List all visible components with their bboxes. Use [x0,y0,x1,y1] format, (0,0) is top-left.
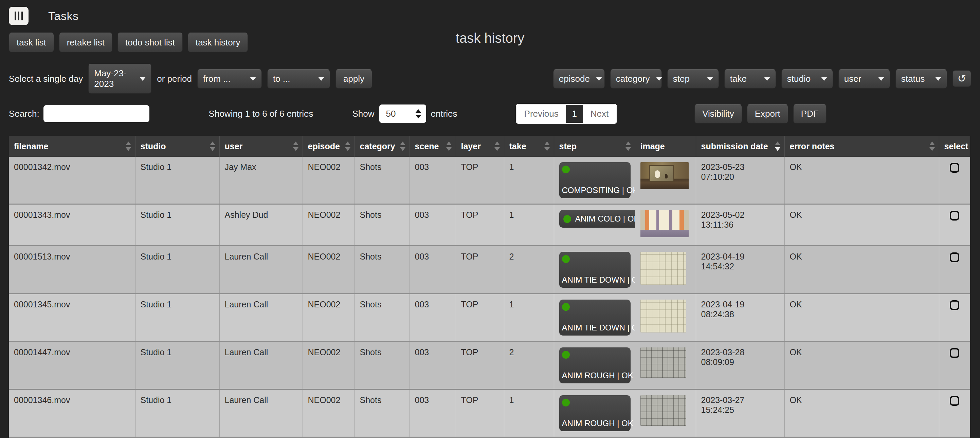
cell-step: ANIM ROUGH | OK [554,389,635,437]
cell-category: Shots [355,204,409,246]
status-filter-select[interactable]: status [896,69,947,89]
shot-thumbnail[interactable] [640,162,689,189]
entries-count-stepper[interactable]: 50 [379,105,426,123]
column-header-episode[interactable]: episode [302,136,355,157]
table-header-row: filename studio user episode category sc… [9,136,970,157]
export-button[interactable]: Export [747,104,788,124]
column-label: submission date [701,141,768,151]
chevron-down-icon [656,77,662,81]
table-row: 00001345.mov Studio 1 Lauren Call NEO002… [9,294,970,342]
row-select-checkbox[interactable] [950,252,959,262]
tab-todo-shot-list[interactable]: todo shot list [118,33,183,52]
cell-filename: 00001343.mov [9,204,135,246]
chevron-down-icon [764,77,770,81]
step-label: ANIM ROUGH | OK [562,371,633,380]
menu-icon[interactable] [9,7,29,25]
cell-studio: Studio 1 [135,246,220,294]
visibility-button[interactable]: Visibility [694,104,741,124]
step-status-button[interactable]: COMPOSITING | OK [559,162,631,198]
search-input[interactable] [43,105,150,122]
task-history-table: filename studio user episode category sc… [9,136,970,438]
column-header-category[interactable]: category [355,136,409,157]
shot-thumbnail[interactable] [640,210,689,237]
category-filter-select[interactable]: category [610,69,662,89]
studio-filter-select[interactable]: studio [781,69,833,89]
column-header-step[interactable]: step [554,136,635,157]
sort-icon [775,141,780,151]
entries-label: entries [431,109,457,119]
shot-thumbnail[interactable] [640,252,686,285]
status-dot-icon [562,255,570,263]
row-select-checkbox[interactable] [950,211,959,221]
step-status-button[interactable]: ANIM COLO | OK [559,210,635,228]
shot-thumbnail[interactable] [640,300,686,332]
take-filter-select[interactable]: take [724,69,776,89]
column-header-studio[interactable]: studio [135,136,220,157]
next-page-button[interactable]: Next [583,105,616,123]
from-date-select[interactable]: from ... [197,69,262,89]
row-select-checkbox[interactable] [950,396,959,406]
step-status-button[interactable]: ANIM ROUGH | OK [559,348,631,383]
tab-retake-list[interactable]: retake list [59,33,112,52]
sort-icon [446,141,452,151]
column-header-scene[interactable]: scene [409,136,456,157]
cell-episode: NEO002 [302,246,355,294]
chevron-down-icon [250,77,256,81]
chevron-down-icon [140,77,146,81]
step-status-button[interactable]: ANIM TIE DOWN | OK [559,300,631,336]
to-date-select[interactable]: to ... [267,69,330,89]
user-filter-select[interactable]: user [838,69,890,89]
column-header-submission-date[interactable]: submission date [696,136,784,157]
show-label: Show [352,109,374,119]
episode-filter-label: episode [559,74,590,84]
apply-button[interactable]: apply [336,69,372,89]
search-row: Search: Showing 1 to 6 of 6 entries Show… [0,104,980,124]
table-row: 00001447.mov Studio 1 Lauren Call NEO002… [9,342,970,389]
tab-task-list[interactable]: task list [9,33,54,52]
pdf-button[interactable]: PDF [793,104,827,124]
cell-filename: 00001345.mov [9,294,135,342]
cell-episode: NEO002 [302,204,355,246]
table-row: 00001346.mov Studio 1 Lauren Call NEO002… [9,389,970,437]
shot-thumbnail[interactable] [640,395,686,426]
cell-category: Shots [355,389,409,437]
step-status-button[interactable]: ANIM TIE DOWN | OK [559,252,631,288]
column-header-take[interactable]: take [504,136,554,157]
previous-page-button[interactable]: Previous [517,105,566,123]
sort-icon [345,141,350,151]
column-header-layer[interactable]: layer [456,136,504,157]
cell-studio: Studio 1 [135,204,220,246]
chevron-down-icon [707,77,713,81]
row-select-checkbox[interactable] [950,163,959,173]
tabs-row: task list retake list todo shot list tas… [0,33,980,52]
tab-task-history[interactable]: task history [188,33,248,52]
cell-image [635,204,696,246]
cell-take: 2 [504,246,554,294]
episode-filter-select[interactable]: episode [553,69,605,89]
column-label: studio [141,141,166,151]
current-page-indicator[interactable]: 1 [566,105,583,123]
top-bar: Tasks [0,0,980,25]
step-status-button[interactable]: ANIM ROUGH | OK [559,395,631,431]
row-select-checkbox[interactable] [950,348,959,358]
sort-icon [126,141,131,151]
table-row: 00001343.mov Studio 1 Ashley Dud NEO002 … [9,204,970,246]
single-day-select[interactable]: May-23-2023 [88,64,151,94]
cell-category: Shots [355,294,409,342]
sort-icon [544,141,550,151]
column-header-error-notes[interactable]: error notes [784,136,939,157]
cell-filename: 00001342.mov [9,157,135,204]
category-filter-label: category [616,74,650,84]
cell-filename: 00001447.mov [9,342,135,389]
row-select-checkbox[interactable] [950,300,959,310]
column-header-filename[interactable]: filename [9,136,135,157]
shot-thumbnail[interactable] [640,348,686,378]
reset-filters-button[interactable]: ↺ [953,71,971,87]
spinner-arrows-icon[interactable] [415,109,422,118]
filter-row: Select a single day May-23-2023 or perio… [0,64,980,94]
cell-scene: 003 [409,294,456,342]
step-filter-select[interactable]: step [667,69,719,89]
column-label: category [360,141,395,151]
cell-user: Jay Max [220,157,302,204]
column-header-user[interactable]: user [220,136,302,157]
